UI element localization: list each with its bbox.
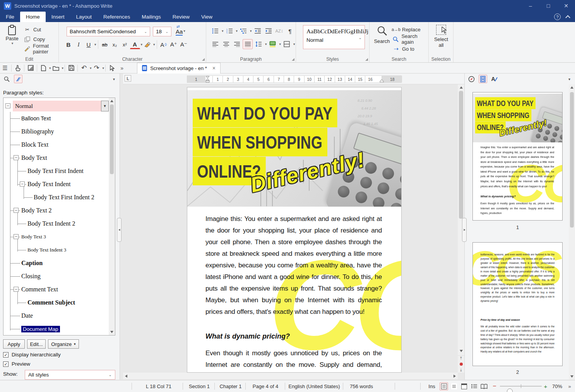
bullet-list-dropdown-icon[interactable]: ▾	[222, 29, 224, 33]
clear-formatting-button[interactable]: A ◊	[159, 39, 169, 50]
scroll-down-icon[interactable]	[109, 329, 115, 335]
chevron-down-icon[interactable]: ⌄	[109, 373, 112, 377]
language-indicator[interactable]: English (United States)	[287, 380, 341, 392]
style-item[interactable]: −Comment Text	[3, 283, 109, 296]
pilcrow-button[interactable]: ¶	[285, 26, 295, 36]
shading-button[interactable]	[268, 39, 278, 49]
highlight-button[interactable]	[142, 39, 152, 50]
right-splitter-handle[interactable]	[462, 218, 467, 242]
sort-button[interactable]: AZ↕	[274, 26, 284, 36]
sidebar-dropdown-icon[interactable]: ▾	[113, 77, 117, 81]
style-item-document-map[interactable]: Document Map	[3, 322, 109, 336]
superscript-button[interactable]: x²	[120, 39, 130, 50]
decrease-indent-button[interactable]	[253, 26, 263, 36]
page-thumbnail-2[interactable]: COS bottlenecks, seasons, and even world…	[472, 242, 563, 366]
display-hierarchically-checkbox[interactable]: ✓ Display hierarchically	[3, 352, 61, 358]
collapse-icon[interactable]: −	[14, 234, 19, 239]
style-item[interactable]: −Body Text 2	[3, 204, 109, 217]
style-item[interactable]: Body Text First Indent 2	[3, 191, 109, 204]
save-icon[interactable]	[66, 64, 76, 72]
new-document-icon[interactable]	[38, 64, 48, 72]
apply-button[interactable]: Apply	[3, 339, 25, 349]
scroll-up-icon[interactable]	[109, 98, 115, 104]
style-item[interactable]: Bibliography	[3, 125, 109, 138]
show-styles-select[interactable]: All styles ⌄	[25, 370, 115, 380]
multilevel-list-dropdown-icon[interactable]: ▾	[250, 29, 252, 33]
chevron-down-icon[interactable]: ⌄	[165, 30, 168, 34]
maximize-button[interactable]: □	[539, 0, 557, 12]
scroll-left-icon[interactable]	[123, 373, 129, 379]
open-dropdown-icon[interactable]: ▾	[62, 66, 64, 70]
increase-indent-button[interactable]	[264, 26, 274, 36]
page-view-icon[interactable]	[440, 382, 448, 390]
redo-dropdown-icon[interactable]: ▾	[103, 66, 104, 70]
align-center-button[interactable]	[221, 39, 231, 49]
align-left-button[interactable]	[210, 39, 220, 49]
indent-marker-icon[interactable]	[205, 76, 210, 83]
document-tab[interactable]: Screenshot vorlage - en * ×	[137, 63, 221, 74]
edit-button[interactable]: Edit...	[27, 339, 46, 349]
chevron-down-icon[interactable]: ⌄	[144, 30, 147, 34]
chevron-down-icon[interactable]: ⌄	[359, 36, 362, 40]
line-spacing-button[interactable]	[253, 39, 264, 49]
font-size-combo[interactable]: 18 ⌄	[153, 27, 171, 36]
case-dropdown-icon[interactable]: ▾	[183, 29, 185, 33]
previous-page-button[interactable]: ⤒	[458, 355, 464, 361]
scroll-down-icon[interactable]	[458, 348, 464, 354]
zoom-slider-thumb[interactable]	[507, 389, 513, 392]
scrollbar-thumb[interactable]	[110, 104, 114, 174]
line-spacing-dropdown-icon[interactable]: ▾	[265, 42, 267, 46]
chapter-indicator[interactable]: Chapter 1	[217, 380, 245, 392]
thumbnail-scrollbar[interactable]	[569, 84, 575, 380]
search-icon[interactable]	[2, 75, 11, 83]
copy-button[interactable]: Copy	[24, 35, 45, 43]
numbered-list-dropdown-icon[interactable]: ▾	[236, 29, 238, 33]
statusbar-overflow-icon[interactable]: »	[565, 380, 574, 392]
body-paragraph-2[interactable]: Even though it mostly goes unnoticed by …	[205, 347, 382, 373]
tab-review[interactable]: Review	[167, 12, 195, 22]
underline-dropdown-icon[interactable]: ▾	[94, 43, 96, 46]
zoom-out-button[interactable]: −	[491, 380, 498, 392]
font-name-combo[interactable]: Bahnschrift SemiCondensed ⌄	[67, 27, 150, 36]
scrollbar-thumb[interactable]	[570, 92, 574, 228]
touch-mode-icon[interactable]	[13, 64, 23, 72]
style-item[interactable]: −Body Text 3	[3, 230, 109, 243]
style-item[interactable]: Body Text First Indent	[3, 164, 109, 178]
zoom-slider[interactable]	[500, 386, 542, 387]
dialog-launcher-icon[interactable]	[202, 58, 205, 61]
style-item[interactable]: Block Text	[3, 138, 109, 151]
pointer-icon[interactable]	[107, 64, 117, 72]
left-splitter-handle[interactable]	[117, 218, 122, 242]
contrast-icon[interactable]	[26, 64, 36, 72]
search-button[interactable]: Search	[373, 25, 391, 44]
highlight-dropdown-icon[interactable]: ▾	[153, 43, 155, 46]
tab-home[interactable]: Home	[20, 12, 46, 22]
style-item[interactable]: Comment Subject	[3, 296, 109, 309]
style-item[interactable]: Balloon Text	[3, 112, 109, 125]
strikethrough-button[interactable]: ab	[100, 39, 110, 50]
goto-button[interactable]: ⇢ Go to	[393, 45, 414, 53]
collapse-icon[interactable]: −	[5, 103, 10, 108]
shrink-font-button[interactable]: A⁻	[179, 39, 189, 50]
navigator-compass-icon[interactable]	[467, 75, 476, 83]
undo-icon[interactable]: ↶	[79, 64, 89, 72]
zoom-in-button[interactable]: +	[542, 380, 549, 392]
section-heading[interactable]: What is dynamic pricing?	[205, 332, 290, 341]
scroll-up-icon[interactable]	[569, 84, 575, 90]
zoom-level[interactable]: 70%	[549, 380, 566, 392]
browse-object-button[interactable]	[458, 361, 464, 367]
style-item[interactable]: Body Text Indent 2	[3, 217, 109, 230]
tab-view[interactable]: View	[195, 12, 218, 22]
scrollbar-thumb[interactable]	[459, 91, 463, 219]
text-styles-icon[interactable]: A	[490, 75, 499, 83]
book-view-icon[interactable]	[480, 382, 488, 390]
document-tab-close-icon[interactable]: ×	[212, 65, 216, 71]
numbered-list-button[interactable]: 123	[224, 26, 234, 36]
collapse-icon[interactable]: −	[14, 208, 19, 213]
style-item[interactable]: −Body Text	[3, 151, 109, 164]
style-item[interactable]: Body Text Indent 3	[3, 243, 109, 257]
horizontal-scrollbar[interactable]	[123, 373, 458, 379]
replace-button[interactable]: a→b Replace	[393, 25, 421, 34]
minimize-button[interactable]: –	[522, 0, 539, 12]
italic-button[interactable]: I	[74, 39, 84, 50]
